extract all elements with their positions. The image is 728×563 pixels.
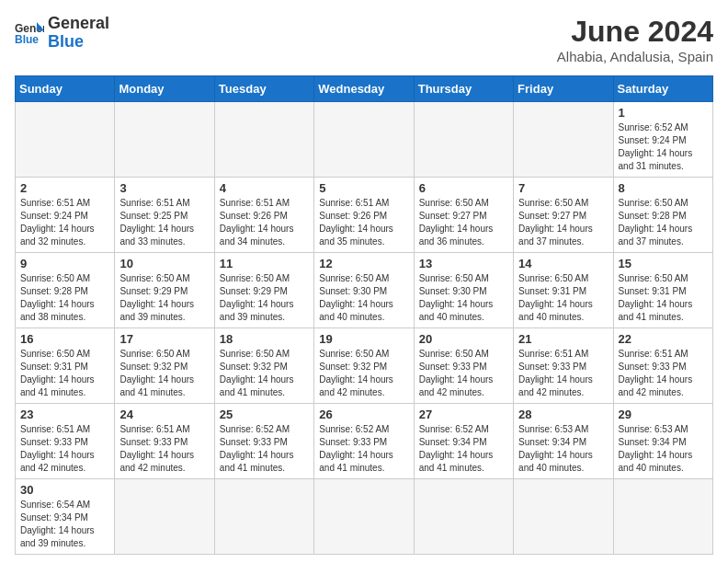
calendar-cell	[613, 479, 712, 555]
location-subtitle: Alhabia, Andalusia, Spain	[557, 49, 713, 64]
day-number: 24	[119, 408, 209, 421]
weekday-header-wednesday: Wednesday	[314, 76, 414, 102]
calendar-cell: 21Sunrise: 6:51 AM Sunset: 9:33 PM Dayli…	[514, 328, 613, 404]
day-number: 20	[419, 332, 508, 346]
calendar-cell: 9Sunrise: 6:50 AM Sunset: 9:28 PM Daylig…	[16, 253, 115, 328]
calendar-cell: 30Sunrise: 6:54 AM Sunset: 9:34 PM Dayli…	[16, 479, 115, 555]
calendar-cell: 10Sunrise: 6:50 AM Sunset: 9:29 PM Dayli…	[115, 253, 214, 328]
day-number: 16	[20, 332, 109, 346]
calendar-cell: 19Sunrise: 6:50 AM Sunset: 9:32 PM Dayli…	[314, 328, 414, 404]
day-info: Sunrise: 6:51 AM Sunset: 9:33 PM Dayligh…	[518, 348, 608, 399]
day-info: Sunrise: 6:50 AM Sunset: 9:33 PM Dayligh…	[419, 348, 508, 399]
calendar-cell: 23Sunrise: 6:51 AM Sunset: 9:33 PM Dayli…	[16, 404, 115, 479]
calendar-cell	[414, 479, 513, 555]
calendar-cell: 24Sunrise: 6:51 AM Sunset: 9:33 PM Dayli…	[115, 404, 214, 479]
day-info: Sunrise: 6:50 AM Sunset: 9:30 PM Dayligh…	[319, 272, 408, 324]
calendar-cell	[115, 479, 214, 555]
day-info: Sunrise: 6:51 AM Sunset: 9:24 PM Dayligh…	[20, 197, 109, 248]
day-info: Sunrise: 6:52 AM Sunset: 9:33 PM Dayligh…	[319, 423, 408, 475]
day-number: 2	[20, 181, 109, 195]
calendar-cell	[214, 102, 313, 178]
day-info: Sunrise: 6:51 AM Sunset: 9:33 PM Dayligh…	[119, 423, 209, 475]
calendar-cell: 27Sunrise: 6:52 AM Sunset: 9:34 PM Dayli…	[414, 404, 513, 479]
calendar-cell: 15Sunrise: 6:50 AM Sunset: 9:31 PM Dayli…	[613, 253, 712, 328]
day-number: 3	[119, 181, 209, 195]
day-info: Sunrise: 6:50 AM Sunset: 9:29 PM Dayligh…	[119, 272, 209, 324]
calendar-cell	[514, 479, 613, 555]
day-number: 10	[119, 257, 209, 270]
day-info: Sunrise: 6:51 AM Sunset: 9:26 PM Dayligh…	[220, 197, 309, 248]
day-number: 25	[220, 408, 309, 421]
day-number: 5	[319, 181, 408, 195]
day-number: 22	[619, 332, 708, 346]
weekday-header-sunday: Sunday	[16, 76, 115, 102]
calendar-cell: 11Sunrise: 6:50 AM Sunset: 9:29 PM Dayli…	[214, 253, 313, 328]
day-info: Sunrise: 6:50 AM Sunset: 9:29 PM Dayligh…	[220, 272, 309, 324]
calendar-cell: 12Sunrise: 6:50 AM Sunset: 9:30 PM Dayli…	[314, 253, 414, 328]
logo-icon: General Blue	[15, 20, 44, 46]
calendar-week-5: 30Sunrise: 6:54 AM Sunset: 9:34 PM Dayli…	[16, 479, 713, 555]
calendar-week-3: 16Sunrise: 6:50 AM Sunset: 9:31 PM Dayli…	[16, 328, 713, 404]
page-header: General Blue General Blue June 2024 Alha…	[15, 15, 713, 64]
day-number: 26	[319, 408, 408, 421]
calendar-week-0: 1Sunrise: 6:52 AM Sunset: 9:24 PM Daylig…	[16, 102, 713, 178]
calendar-cell: 14Sunrise: 6:50 AM Sunset: 9:31 PM Dayli…	[514, 253, 613, 328]
month-year-title: June 2024	[557, 15, 713, 49]
calendar-cell: 3Sunrise: 6:51 AM Sunset: 9:25 PM Daylig…	[115, 178, 214, 253]
day-info: Sunrise: 6:53 AM Sunset: 9:34 PM Dayligh…	[619, 423, 708, 475]
day-info: Sunrise: 6:51 AM Sunset: 9:33 PM Dayligh…	[20, 423, 109, 475]
calendar-cell: 6Sunrise: 6:50 AM Sunset: 9:27 PM Daylig…	[414, 178, 513, 253]
day-info: Sunrise: 6:51 AM Sunset: 9:26 PM Dayligh…	[319, 197, 408, 248]
calendar-cell: 16Sunrise: 6:50 AM Sunset: 9:31 PM Dayli…	[16, 328, 115, 404]
calendar-cell	[514, 102, 613, 178]
weekday-header-friday: Friday	[514, 76, 613, 102]
svg-text:Blue: Blue	[15, 33, 39, 46]
calendar-week-1: 2Sunrise: 6:51 AM Sunset: 9:24 PM Daylig…	[16, 178, 713, 253]
day-info: Sunrise: 6:50 AM Sunset: 9:32 PM Dayligh…	[220, 348, 309, 399]
day-info: Sunrise: 6:54 AM Sunset: 9:34 PM Dayligh…	[20, 499, 109, 550]
calendar-header: SundayMondayTuesdayWednesdayThursdayFrid…	[16, 76, 713, 102]
day-info: Sunrise: 6:50 AM Sunset: 9:31 PM Dayligh…	[518, 272, 608, 324]
calendar-cell: 29Sunrise: 6:53 AM Sunset: 9:34 PM Dayli…	[613, 404, 712, 479]
logo-general-text: General	[48, 15, 109, 33]
calendar-cell: 2Sunrise: 6:51 AM Sunset: 9:24 PM Daylig…	[16, 178, 115, 253]
calendar-cell	[214, 479, 313, 555]
calendar-table: SundayMondayTuesdayWednesdayThursdayFrid…	[15, 75, 713, 555]
weekday-row: SundayMondayTuesdayWednesdayThursdayFrid…	[16, 76, 713, 102]
day-info: Sunrise: 6:50 AM Sunset: 9:27 PM Dayligh…	[518, 197, 608, 248]
calendar-cell: 13Sunrise: 6:50 AM Sunset: 9:30 PM Dayli…	[414, 253, 513, 328]
calendar-body: 1Sunrise: 6:52 AM Sunset: 9:24 PM Daylig…	[16, 102, 713, 555]
calendar-cell: 8Sunrise: 6:50 AM Sunset: 9:28 PM Daylig…	[613, 178, 712, 253]
day-info: Sunrise: 6:50 AM Sunset: 9:27 PM Dayligh…	[419, 197, 508, 248]
day-number: 11	[220, 257, 309, 270]
calendar-cell	[414, 102, 513, 178]
title-block: June 2024 Alhabia, Andalusia, Spain	[557, 15, 713, 64]
day-info: Sunrise: 6:50 AM Sunset: 9:31 PM Dayligh…	[619, 272, 708, 324]
day-number: 30	[20, 483, 109, 497]
day-number: 6	[419, 181, 508, 195]
day-info: Sunrise: 6:52 AM Sunset: 9:33 PM Dayligh…	[220, 423, 309, 475]
calendar-cell	[115, 102, 214, 178]
day-info: Sunrise: 6:50 AM Sunset: 9:30 PM Dayligh…	[419, 272, 508, 324]
weekday-header-tuesday: Tuesday	[214, 76, 313, 102]
calendar-cell: 18Sunrise: 6:50 AM Sunset: 9:32 PM Dayli…	[214, 328, 313, 404]
calendar-week-4: 23Sunrise: 6:51 AM Sunset: 9:33 PM Dayli…	[16, 404, 713, 479]
day-info: Sunrise: 6:52 AM Sunset: 9:24 PM Dayligh…	[619, 121, 708, 173]
day-info: Sunrise: 6:51 AM Sunset: 9:25 PM Dayligh…	[119, 197, 209, 248]
calendar-cell: 26Sunrise: 6:52 AM Sunset: 9:33 PM Dayli…	[314, 404, 414, 479]
day-number: 7	[518, 181, 608, 195]
day-number: 28	[518, 408, 608, 421]
calendar-cell: 1Sunrise: 6:52 AM Sunset: 9:24 PM Daylig…	[613, 102, 712, 178]
day-info: Sunrise: 6:51 AM Sunset: 9:33 PM Dayligh…	[619, 348, 708, 399]
day-info: Sunrise: 6:50 AM Sunset: 9:32 PM Dayligh…	[119, 348, 209, 399]
day-number: 15	[619, 257, 708, 270]
day-number: 13	[419, 257, 508, 270]
calendar-cell: 7Sunrise: 6:50 AM Sunset: 9:27 PM Daylig…	[514, 178, 613, 253]
day-number: 12	[319, 257, 408, 270]
logo: General Blue General Blue	[15, 15, 109, 52]
calendar-cell: 28Sunrise: 6:53 AM Sunset: 9:34 PM Dayli…	[514, 404, 613, 479]
day-number: 29	[619, 408, 708, 421]
day-number: 4	[220, 181, 309, 195]
day-number: 19	[319, 332, 408, 346]
calendar-cell	[314, 479, 414, 555]
